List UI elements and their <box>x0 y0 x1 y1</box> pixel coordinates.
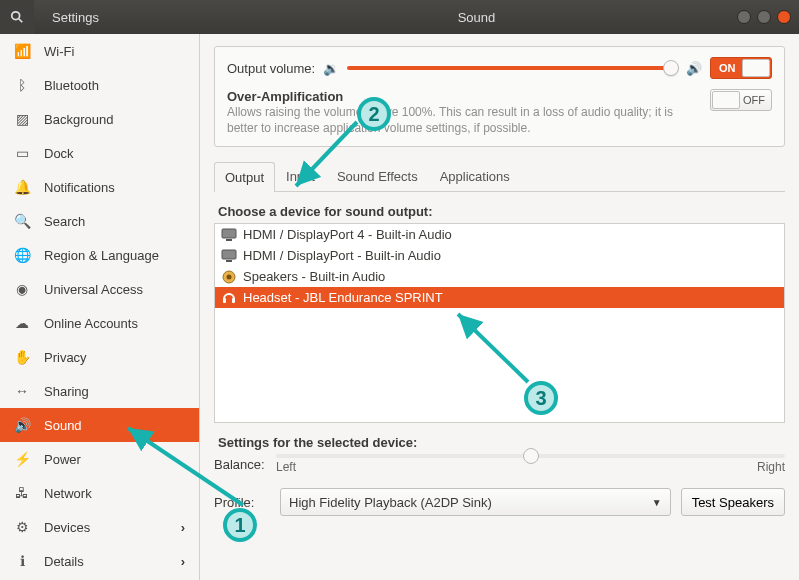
speaker-high-icon: 🔊 <box>686 61 702 76</box>
panel-title: Sound <box>216 10 737 25</box>
sidebar-item-power[interactable]: ⚡Power <box>0 442 199 476</box>
monitor-icon <box>221 228 237 242</box>
chevron-right-icon: › <box>181 520 185 535</box>
title-bar: Settings Sound <box>0 0 799 34</box>
tab-input[interactable]: Input <box>275 161 326 191</box>
device-section-title: Choose a device for sound output: <box>218 204 785 219</box>
output-device-list[interactable]: HDMI / DisplayPort 4 - Built-in AudioHDM… <box>214 223 785 423</box>
headset-icon <box>221 291 237 305</box>
sidebar-item-label: Privacy <box>44 350 87 365</box>
sidebar-item-label: Wi-Fi <box>44 44 74 59</box>
tab-output[interactable]: Output <box>214 162 275 192</box>
device-item[interactable]: HDMI / DisplayPort 4 - Built-in Audio <box>215 224 784 245</box>
window-controls <box>737 10 799 24</box>
sidebar-item-sharing[interactable]: ↔Sharing <box>0 374 199 408</box>
tab-sound-effects[interactable]: Sound Effects <box>326 161 429 191</box>
sidebar-item-icon: 🔍 <box>14 213 30 229</box>
sidebar-item-privacy[interactable]: ✋Privacy <box>0 340 199 374</box>
sidebar-item-bluetooth[interactable]: ᛒBluetooth <box>0 68 199 102</box>
sidebar-item-universal-access[interactable]: ◉Universal Access <box>0 272 199 306</box>
device-item[interactable]: HDMI / DisplayPort - Built-in Audio <box>215 245 784 266</box>
overamp-title: Over-Amplification <box>227 89 696 104</box>
output-volume-toggle[interactable]: ON <box>710 57 772 79</box>
sidebar-item-icon: ✋ <box>14 349 30 365</box>
sidebar-item-online-accounts[interactable]: ☁Online Accounts <box>0 306 199 340</box>
selected-device-title: Settings for the selected device: <box>218 435 785 450</box>
sidebar-item-icon: ⚙ <box>14 519 30 535</box>
profile-label: Profile: <box>214 495 270 510</box>
sidebar-item-icon: ↔ <box>14 383 30 399</box>
device-label: HDMI / DisplayPort 4 - Built-in Audio <box>243 227 452 242</box>
sidebar-item-icon: 🖧 <box>14 485 30 501</box>
balance-label: Balance: <box>214 457 270 472</box>
output-volume-label: Output volume: <box>227 61 315 76</box>
monitor-icon <box>221 249 237 263</box>
profile-value: High Fidelity Playback (A2DP Sink) <box>289 495 492 510</box>
device-label: HDMI / DisplayPort - Built-in Audio <box>243 248 441 263</box>
sidebar-item-label: Background <box>44 112 113 127</box>
svg-rect-8 <box>223 298 226 303</box>
sidebar-item-wi-fi[interactable]: 📶Wi-Fi <box>0 34 199 68</box>
volume-panel: Output volume: 🔉 🔊 ON Over-Amplification… <box>214 46 785 147</box>
sidebar-item-icon: 📶 <box>14 43 30 59</box>
svg-rect-9 <box>232 298 235 303</box>
maximize-icon[interactable] <box>757 10 771 24</box>
sidebar-item-label: Sound <box>44 418 82 433</box>
sidebar-item-network[interactable]: 🖧Network <box>0 476 199 510</box>
device-item[interactable]: Headset - JBL Endurance SPRINT <box>215 287 784 308</box>
tab-applications[interactable]: Applications <box>429 161 521 191</box>
svg-point-0 <box>12 12 20 20</box>
svg-rect-3 <box>226 239 232 241</box>
sidebar-item-icon: ☁ <box>14 315 30 331</box>
svg-rect-5 <box>226 260 232 262</box>
sidebar-item-sound[interactable]: 🔊Sound <box>0 408 199 442</box>
sidebar-item-label: Region & Language <box>44 248 159 263</box>
sidebar-item-devices[interactable]: ⚙Devices› <box>0 510 199 544</box>
sidebar-item-region-language[interactable]: 🌐Region & Language <box>0 238 199 272</box>
chevron-right-icon: › <box>181 554 185 569</box>
sidebar-item-label: Search <box>44 214 85 229</box>
sidebar-item-label: Notifications <box>44 180 115 195</box>
overamp-toggle[interactable]: OFF <box>710 89 772 111</box>
speaker-icon <box>221 270 237 284</box>
device-item[interactable]: Speakers - Built-in Audio <box>215 266 784 287</box>
sidebar-item-label: Bluetooth <box>44 78 99 93</box>
output-volume-slider[interactable] <box>347 58 678 78</box>
svg-point-7 <box>227 274 232 279</box>
chevron-down-icon: ▼ <box>652 497 662 508</box>
search-icon[interactable] <box>0 0 34 34</box>
device-label: Speakers - Built-in Audio <box>243 269 385 284</box>
close-icon[interactable] <box>777 10 791 24</box>
svg-line-1 <box>19 19 23 23</box>
sidebar-item-notifications[interactable]: 🔔Notifications <box>0 170 199 204</box>
main-content: Output volume: 🔉 🔊 ON Over-Amplification… <box>200 34 799 580</box>
settings-sidebar: 📶Wi-FiᛒBluetooth▨Background▭Dock🔔Notific… <box>0 34 200 580</box>
sidebar-item-background[interactable]: ▨Background <box>0 102 199 136</box>
balance-left-label: Left <box>276 460 296 474</box>
sidebar-item-label: Details <box>44 554 84 569</box>
sidebar-item-label: Power <box>44 452 81 467</box>
sidebar-item-icon: ▭ <box>14 145 30 161</box>
overamp-description: Allows raising the volume above 100%. Th… <box>227 104 696 136</box>
sidebar-item-label: Devices <box>44 520 90 535</box>
sidebar-item-icon: 🔊 <box>14 417 30 433</box>
sidebar-item-icon: ⚡ <box>14 451 30 467</box>
minimize-icon[interactable] <box>737 10 751 24</box>
sidebar-item-label: Dock <box>44 146 74 161</box>
speaker-low-icon: 🔉 <box>323 61 339 76</box>
sidebar-item-icon: 🔔 <box>14 179 30 195</box>
sidebar-item-icon: ᛒ <box>14 77 30 93</box>
profile-combo[interactable]: High Fidelity Playback (A2DP Sink) ▼ <box>280 488 671 516</box>
svg-rect-2 <box>222 229 236 238</box>
balance-slider[interactable] <box>276 454 785 458</box>
test-speakers-button[interactable]: Test Speakers <box>681 488 785 516</box>
svg-rect-4 <box>222 250 236 259</box>
sidebar-item-icon: ◉ <box>14 281 30 297</box>
sidebar-item-search[interactable]: 🔍Search <box>0 204 199 238</box>
device-label: Headset - JBL Endurance SPRINT <box>243 290 443 305</box>
app-title: Settings <box>34 10 216 25</box>
sidebar-item-dock[interactable]: ▭Dock <box>0 136 199 170</box>
sidebar-item-label: Network <box>44 486 92 501</box>
sidebar-item-icon: ▨ <box>14 111 30 127</box>
sidebar-item-details[interactable]: ℹDetails› <box>0 544 199 578</box>
